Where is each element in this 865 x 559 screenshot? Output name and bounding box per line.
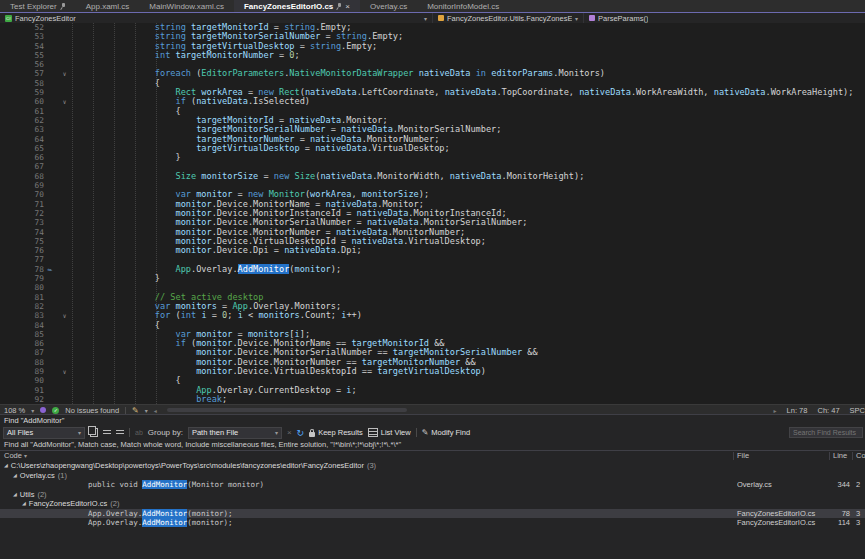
expander-icon[interactable]: ◢ xyxy=(13,490,17,500)
fold-margin xyxy=(57,265,72,274)
expander-icon[interactable]: ◢ xyxy=(4,461,8,471)
code-line[interactable]: 70var monitor = new Monitor(workArea, mo… xyxy=(0,190,865,199)
code-line[interactable]: 60∨if (nativeData.IsSelected) xyxy=(0,97,865,106)
code-line[interactable]: 89∨monitor.Device.VirtualDesktopId == ta… xyxy=(0,367,865,376)
column-divider[interactable] xyxy=(733,452,734,460)
document-health-icon[interactable] xyxy=(40,407,46,413)
scroll-left-icon[interactable]: ◂ xyxy=(154,407,157,414)
code-line[interactable]: 81// Set active desktop xyxy=(0,293,865,302)
modify-find-label: Modify Find xyxy=(431,428,470,437)
member-name: ParseParams() xyxy=(598,14,648,23)
tab-test-explorer[interactable]: Test Explorer xyxy=(0,0,76,12)
code-line[interactable]: 82var monitors = App.Overlay.Monitors; xyxy=(0,302,865,311)
tab-mainwindow-xaml-cs[interactable]: MainWindow.xaml.cs xyxy=(139,0,234,12)
column-divider[interactable] xyxy=(852,452,853,460)
expander-icon[interactable]: ◢ xyxy=(13,471,17,481)
project-dropdown[interactable]: C# FancyZonesEditor ▾ xyxy=(0,13,433,23)
repeat-find-icon[interactable]: ↻ xyxy=(297,429,305,437)
keep-results-button[interactable]: Keep Results xyxy=(309,428,363,437)
code-editor[interactable]: 52string targetMonitorId = string.Empty;… xyxy=(0,23,865,404)
code-line[interactable]: 52string targetMonitorId = string.Empty; xyxy=(0,23,865,32)
fold-margin xyxy=(57,348,72,357)
close-icon[interactable]: × xyxy=(345,2,350,11)
fold-margin xyxy=(57,395,72,404)
collapse-all-icon[interactable] xyxy=(116,429,124,436)
find-result-row[interactable]: ◢C:\Users\zhaopengwang\Desktop\powertoys… xyxy=(0,461,865,471)
code-line[interactable]: 76monitor.Device.Dpi = nativeData.Dpi; xyxy=(0,246,865,255)
collapse-chevron-icon[interactable]: ∨ xyxy=(57,311,72,320)
group-by-dropdown[interactable]: Path then File ▾ xyxy=(188,427,282,439)
column-divider[interactable] xyxy=(829,452,830,460)
fold-margin xyxy=(57,209,72,218)
tab-fancyzoneseditorio-cs[interactable]: FancyZonesEditorIO.cs × xyxy=(234,0,360,12)
margin-slot xyxy=(44,51,57,60)
code-line[interactable]: 57∨foreach (EditorParameters.NativeMonit… xyxy=(0,69,865,78)
code-line[interactable]: 53string targetMonitorSerialNumber = str… xyxy=(0,32,865,41)
code-line[interactable]: 75monitor.Device.VirtualDesktopId = nati… xyxy=(0,237,865,246)
find-result-row[interactable]: public void AddMonitor(Monitor monitor)O… xyxy=(0,480,865,490)
copy-icon[interactable] xyxy=(90,428,98,437)
code-line[interactable]: 80 xyxy=(0,283,865,292)
code-line[interactable]: 90{ xyxy=(0,376,865,385)
chevron-down-icon[interactable]: ▾ xyxy=(31,407,34,414)
find-result-row[interactable]: App.Overlay.AddMonitor(monitor);FancyZon… xyxy=(0,518,865,528)
code-line[interactable]: 84{ xyxy=(0,321,865,330)
code-line[interactable]: 91App.Overlay.CurrentDesktop = i; xyxy=(0,386,865,395)
margin-slot xyxy=(44,321,57,330)
code-line[interactable]: 69 xyxy=(0,181,865,190)
code-line[interactable]: 68Size monitorSize = new Size(nativeData… xyxy=(0,172,865,181)
group-by-value: Path then File xyxy=(192,428,238,437)
modify-find-button[interactable]: ✎ Modify Find xyxy=(422,428,470,437)
column-header-column[interactable]: Column xyxy=(856,451,865,461)
find-result-row[interactable]: ◢Overlay.cs(1) xyxy=(0,471,865,481)
tab-app-xaml-cs[interactable]: App.xaml.cs xyxy=(76,0,140,12)
code-line[interactable]: 78✎App.Overlay.AddMonitor(monitor); xyxy=(0,265,865,274)
stop-search-icon[interactable]: × xyxy=(287,428,292,437)
code-line[interactable]: 55int targetMonitorNumber = 0; xyxy=(0,51,865,60)
type-dropdown[interactable]: FancyZonesEditor.Utils.FancyZonesEditorI… xyxy=(433,13,584,23)
expander-icon[interactable]: ◢ xyxy=(22,499,26,509)
result-group-label: Overlay.cs xyxy=(20,471,55,481)
list-view-button[interactable]: List View xyxy=(368,428,411,437)
keep-results-label: Keep Results xyxy=(318,428,363,437)
pin-icon[interactable] xyxy=(336,3,342,10)
tab-overlay-cs[interactable]: Overlay.cs xyxy=(360,0,417,12)
member-dropdown[interactable]: ParseParams() xyxy=(584,13,865,23)
code-line[interactable]: 66} xyxy=(0,153,865,162)
code-line[interactable]: 79} xyxy=(0,274,865,283)
chevron-down-icon[interactable]: ▾ xyxy=(145,407,148,414)
code-text: { xyxy=(72,376,181,385)
scope-dropdown[interactable]: All Files ▾ xyxy=(3,427,85,439)
margin-slot xyxy=(44,135,57,144)
column-header-code[interactable]: Code ▾ xyxy=(4,451,27,461)
tab-monitorinfomodel-cs[interactable]: MonitorInfoModel.cs xyxy=(417,0,509,12)
margin-slot xyxy=(44,144,57,153)
scrollbar-thumb[interactable] xyxy=(167,408,407,412)
pencil-icon: ✎ xyxy=(422,428,429,437)
tab-label: Test Explorer xyxy=(10,2,57,11)
code-line[interactable]: 54string targetVirtualDesktop = string.E… xyxy=(0,42,865,51)
preserve-case-icon[interactable]: ab xyxy=(135,429,143,436)
code-line[interactable]: 92break; xyxy=(0,395,865,404)
code-line[interactable]: 83∨for (int i = 0; i < monitors.Count; i… xyxy=(0,311,865,320)
expand-all-icon[interactable] xyxy=(103,429,111,436)
code-line[interactable]: 77 xyxy=(0,255,865,264)
find-result-row[interactable]: ◢FancyZonesEditorIO.cs(2) xyxy=(0,499,865,509)
search-find-results-input[interactable] xyxy=(789,427,863,438)
code-line[interactable]: 65targetVirtualDesktop = nativeData.Virt… xyxy=(0,144,865,153)
code-line[interactable]: 59Rect workArea = new Rect(nativeData.Le… xyxy=(0,88,865,97)
column-header-file[interactable]: File xyxy=(737,451,749,461)
line-number: 92 xyxy=(0,395,44,404)
collapse-chevron-icon[interactable]: ∨ xyxy=(57,367,72,376)
margin-slot xyxy=(44,358,57,367)
find-result-row[interactable]: ◢Utils(2) xyxy=(0,490,865,500)
collapse-chevron-icon[interactable]: ∨ xyxy=(57,97,72,106)
code-line[interactable]: 61{ xyxy=(0,107,865,116)
collapse-chevron-icon[interactable]: ∨ xyxy=(57,69,72,78)
find-result-row[interactable]: App.Overlay.AddMonitor(monitor);FancyZon… xyxy=(0,509,865,519)
horizontal-scrollbar[interactable] xyxy=(163,407,768,413)
scroll-right-icon[interactable]: ▸ xyxy=(774,407,777,414)
fold-margin xyxy=(57,32,72,41)
pin-icon[interactable] xyxy=(60,3,66,10)
column-header-line[interactable]: Line xyxy=(833,451,847,461)
